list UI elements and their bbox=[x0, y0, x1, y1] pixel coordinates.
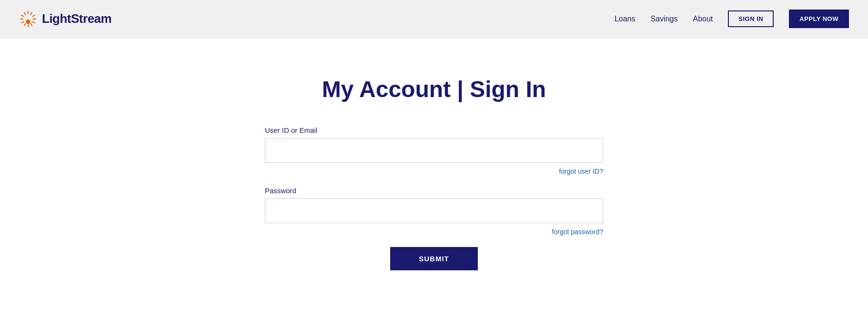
user-id-input[interactable] bbox=[265, 138, 603, 163]
nav-loans[interactable]: Loans bbox=[615, 15, 636, 23]
svg-rect-4 bbox=[33, 19, 37, 20]
svg-rect-11 bbox=[21, 14, 25, 17]
password-input[interactable] bbox=[265, 198, 603, 223]
site-header: LightStream Loans Savings About SIGN IN … bbox=[0, 0, 868, 38]
sign-in-button[interactable]: SIGN IN bbox=[728, 10, 774, 27]
sunburst-icon bbox=[19, 10, 37, 28]
password-label: Password bbox=[265, 187, 603, 195]
svg-rect-12 bbox=[24, 11, 26, 15]
user-id-label: User ID or Email bbox=[265, 126, 603, 134]
svg-rect-10 bbox=[20, 19, 24, 20]
svg-rect-8 bbox=[24, 22, 26, 26]
svg-point-0 bbox=[26, 19, 30, 24]
forgot-user-id-link[interactable]: forgot user ID? bbox=[265, 168, 603, 175]
svg-rect-7 bbox=[28, 23, 29, 27]
forgot-password-link[interactable]: forgot password? bbox=[265, 228, 603, 236]
nav-about[interactable]: About bbox=[693, 15, 713, 23]
svg-rect-6 bbox=[30, 22, 32, 26]
main-content: My Account | Sign In User ID or Email fo… bbox=[0, 38, 868, 326]
svg-rect-9 bbox=[21, 20, 25, 23]
logo[interactable]: LightStream bbox=[19, 10, 111, 28]
sign-in-form: User ID or Email forgot user ID? Passwor… bbox=[255, 126, 613, 270]
user-id-group: User ID or Email bbox=[265, 126, 603, 163]
password-group: Password bbox=[265, 187, 603, 223]
submit-button[interactable]: SUBMIT bbox=[390, 247, 478, 270]
svg-rect-5 bbox=[32, 20, 36, 23]
logo-text: LightStream bbox=[42, 11, 111, 26]
svg-rect-1 bbox=[28, 10, 29, 14]
svg-rect-2 bbox=[30, 11, 32, 15]
apply-now-button[interactable]: APPLY NOW bbox=[789, 10, 849, 28]
nav-savings[interactable]: Savings bbox=[651, 15, 678, 23]
main-nav: Loans Savings About SIGN IN APPLY NOW bbox=[615, 10, 849, 28]
svg-rect-3 bbox=[32, 14, 36, 17]
page-title: My Account | Sign In bbox=[322, 76, 546, 102]
